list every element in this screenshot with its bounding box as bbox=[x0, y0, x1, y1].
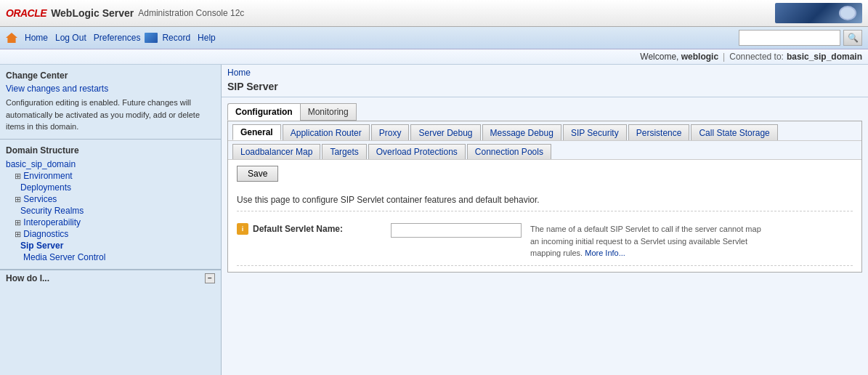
inner-tab-proxy[interactable]: Proxy bbox=[371, 124, 410, 140]
outer-tab-row: Configuration Monitoring bbox=[227, 103, 862, 121]
logout-link[interactable]: Log Out bbox=[52, 33, 89, 43]
panel-description: Use this page to configure SIP Servlet c… bbox=[237, 189, 853, 211]
preferences-link[interactable]: Preferences bbox=[91, 33, 144, 43]
how-do-i-section: How do I... − bbox=[0, 270, 221, 286]
image-placeholder bbox=[145, 33, 158, 43]
more-info-link[interactable]: More Info... bbox=[585, 249, 625, 257]
inner-tab-loadbalancer-map[interactable]: Loadbalancer Map bbox=[232, 144, 320, 159]
inner-tab-persistence[interactable]: Persistence bbox=[628, 124, 690, 140]
search-box: 🔍 bbox=[739, 30, 862, 46]
tree-item-services[interactable]: ⊞ Services bbox=[6, 193, 215, 205]
default-servlet-name-input[interactable] bbox=[391, 223, 522, 238]
search-input[interactable] bbox=[739, 30, 840, 46]
inner-tab-application-router[interactable]: Application Router bbox=[283, 124, 370, 140]
app-title: WebLogic Server bbox=[51, 7, 134, 19]
search-button[interactable]: 🔍 bbox=[843, 30, 862, 46]
tab-monitoring[interactable]: Monitoring bbox=[300, 103, 357, 121]
app-subtitle: Administration Console 12c bbox=[138, 8, 244, 18]
view-changes-link[interactable]: View changes and restarts bbox=[6, 84, 108, 94]
tree-item-environment[interactable]: ⊞ Environment bbox=[6, 170, 215, 182]
tree-item-deployments[interactable]: Deployments bbox=[6, 182, 215, 193]
page-title: SIP Server bbox=[222, 81, 868, 97]
collapse-button[interactable]: − bbox=[205, 273, 215, 283]
field-help-text: The name of a default SIP Servlet to cal… bbox=[530, 223, 763, 259]
home-icon bbox=[6, 33, 17, 43]
tree-item-domain[interactable]: basic_sip_domain bbox=[6, 158, 215, 170]
domain-structure-title: Domain Structure bbox=[6, 145, 215, 156]
navigation-bar: Home Log Out Preferences Record Help 🔍 bbox=[0, 27, 868, 49]
field-label: Default Servlet Name: bbox=[253, 224, 343, 234]
inner-tab-connection-pools[interactable]: Connection Pools bbox=[467, 144, 551, 159]
tree-item-interoperability[interactable]: ⊞ Interoperability bbox=[6, 217, 215, 228]
inner-tab-server-debug[interactable]: Server Debug bbox=[410, 124, 480, 140]
inner-tab-sip-security[interactable]: SIP Security bbox=[563, 124, 627, 140]
content-area: Home SIP Server Configuration Monitoring… bbox=[222, 65, 868, 375]
panel-body: Save Use this page to configure SIP Serv… bbox=[228, 160, 861, 272]
inner-tab-targets[interactable]: Targets bbox=[322, 144, 366, 159]
tabs-panel: General Application Router Proxy Server … bbox=[227, 121, 862, 273]
main-layout: Change Center View changes and restarts … bbox=[0, 65, 868, 375]
tab-configuration[interactable]: Configuration bbox=[227, 103, 300, 121]
divider: | bbox=[723, 52, 725, 62]
help-link[interactable]: Help bbox=[195, 33, 219, 43]
username: weblogic bbox=[681, 52, 718, 62]
domain-name: basic_sip_domain bbox=[787, 52, 862, 62]
change-center-section: Change Center View changes and restarts … bbox=[0, 65, 221, 140]
header-bar: ORACLE WebLogic Server Administration Co… bbox=[0, 0, 868, 27]
connected-label: Connected to: bbox=[729, 52, 784, 62]
sidebar: Change Center View changes and restarts … bbox=[0, 65, 222, 375]
change-center-title: Change Center bbox=[6, 70, 215, 81]
welcome-text: Welcome, weblogic bbox=[640, 52, 718, 62]
save-button[interactable]: Save bbox=[237, 166, 278, 182]
inner-tab-call-state-storage[interactable]: Call State Storage bbox=[691, 124, 777, 140]
field-row-default-servlet: i Default Servlet Name: The name of a de… bbox=[237, 217, 853, 266]
inner-tab-message-debug[interactable]: Message Debug bbox=[482, 124, 561, 140]
tree-item-sip-server[interactable]: Sip Server bbox=[6, 240, 215, 251]
config-desc: Configuration editing is enabled. Future… bbox=[6, 97, 215, 133]
field-icon: i bbox=[237, 223, 248, 235]
field-label-wrap: i Default Servlet Name: bbox=[237, 223, 382, 235]
inner-tab-overload-protections[interactable]: Overload Protections bbox=[368, 144, 466, 159]
inner-tab-row1: General Application Router Proxy Server … bbox=[228, 121, 861, 141]
breadcrumb: Home bbox=[222, 65, 868, 81]
oracle-logo: ORACLE bbox=[6, 7, 46, 19]
home-link[interactable]: Home bbox=[22, 33, 51, 43]
tabs-outer: Configuration Monitoring General Applica… bbox=[222, 97, 868, 278]
inner-tab-general[interactable]: General bbox=[232, 124, 281, 140]
header-graphic bbox=[775, 3, 862, 23]
tree-item-diagnostics[interactable]: ⊞ Diagnostics bbox=[6, 228, 215, 240]
inner-tab-row2: Loadbalancer Map Targets Overload Protec… bbox=[228, 141, 861, 160]
breadcrumb-home-link[interactable]: Home bbox=[227, 68, 251, 78]
record-link[interactable]: Record bbox=[159, 33, 193, 43]
how-do-i-label: How do I... bbox=[6, 273, 49, 283]
tree-item-media-server-control[interactable]: Media Server Control bbox=[6, 251, 215, 263]
tree-item-security-realms[interactable]: Security Realms bbox=[6, 205, 215, 217]
domain-structure-section: Domain Structure basic_sip_domain ⊞ Envi… bbox=[0, 140, 221, 270]
welcome-bar: Welcome, weblogic | Connected to: basic_… bbox=[0, 49, 868, 65]
